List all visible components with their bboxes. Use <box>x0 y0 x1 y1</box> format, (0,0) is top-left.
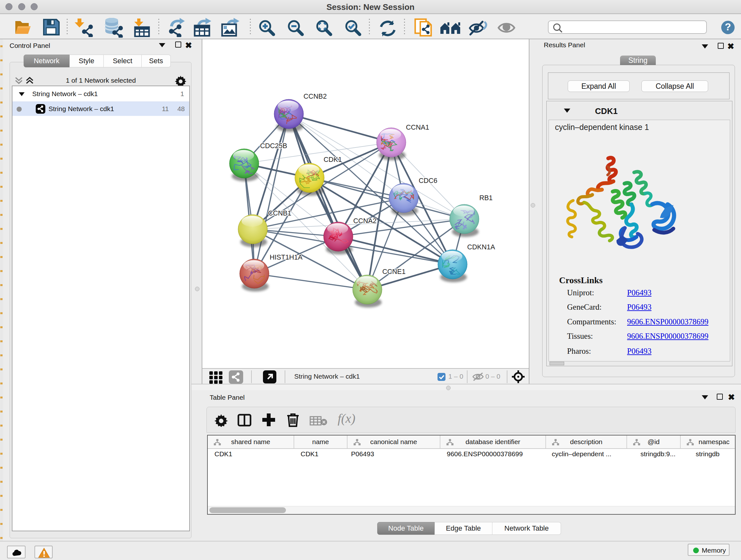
svg-text:CDC6: CDC6 <box>419 177 437 185</box>
svg-text:CDK1: CDK1 <box>324 156 342 164</box>
svg-text:?: ? <box>725 21 731 33</box>
svg-text:CCNB1: CCNB1 <box>268 209 291 217</box>
svg-text:CCNE1: CCNE1 <box>382 268 406 275</box>
svg-text:CDKN1A: CDKN1A <box>467 243 495 251</box>
svg-text:HIST1H1A: HIST1H1A <box>270 253 302 261</box>
svg-text:CCNA2: CCNA2 <box>353 217 377 225</box>
svg-text:CCNB2: CCNB2 <box>304 92 327 100</box>
svg-text:RB1: RB1 <box>479 194 493 202</box>
svg-text:CDC25B: CDC25B <box>260 142 287 150</box>
svg-text:CCNA1: CCNA1 <box>406 124 429 131</box>
